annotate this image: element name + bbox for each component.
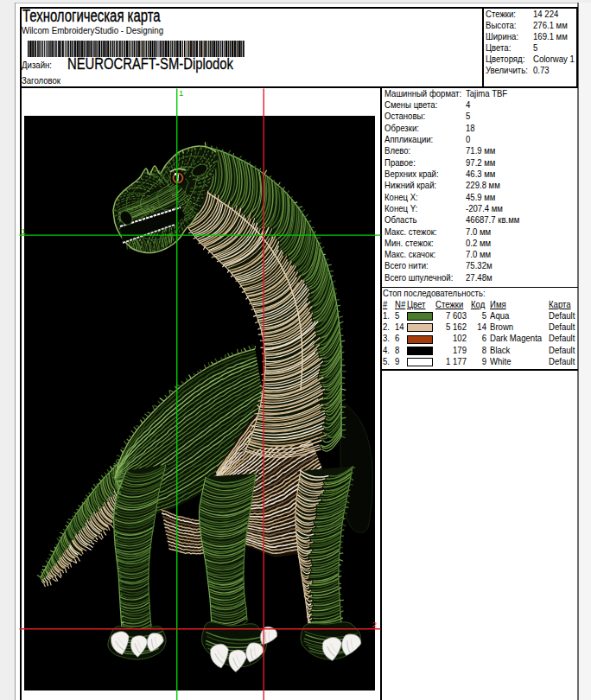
svg-text:1: 1 [22, 226, 26, 236]
svg-text:2: 2 [372, 620, 377, 629]
svg-text:1: 1 [179, 88, 183, 98]
